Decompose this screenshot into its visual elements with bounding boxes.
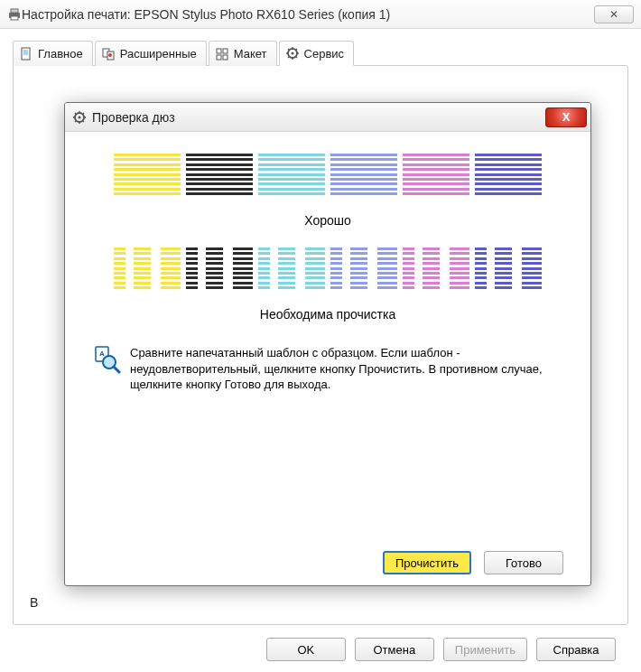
tab-panel: В Проверка дюз X Хорошо Необходима прочи… (13, 65, 628, 625)
button-label: Применить (455, 643, 516, 657)
done-button[interactable]: Готово (484, 551, 563, 574)
service-icon (285, 46, 300, 61)
svg-point-17 (79, 116, 81, 118)
button-label: Готово (506, 556, 542, 570)
tab-main[interactable]: Главное (13, 41, 93, 66)
tab-label: Расширенные (120, 47, 197, 61)
good-label: Хорошо (92, 213, 563, 228)
tab-label: Главное (38, 47, 83, 61)
tab-strip: Главное Расширенные Макет Сервис (13, 41, 628, 66)
tab-service[interactable]: Сервис (279, 41, 355, 66)
parent-titlebar: Настройка печати: EPSON Stylus Photo RX6… (0, 0, 641, 29)
help-button[interactable]: Справка (536, 638, 616, 661)
bad-label: Необходима прочистка (92, 307, 563, 322)
svg-point-15 (291, 52, 293, 55)
dialog-close-button[interactable]: X (545, 107, 587, 127)
parent-button-row: OK Отмена Применить Справка (13, 625, 628, 661)
svg-rect-10 (217, 49, 221, 53)
button-label: Отмена (374, 643, 416, 657)
window-close-button[interactable]: ✕ (594, 5, 634, 23)
tab-label: Сервис (304, 47, 345, 61)
svg-text:A: A (99, 350, 105, 358)
svg-rect-12 (217, 55, 221, 60)
advanced-icon (101, 47, 116, 61)
peek-text: В (30, 595, 38, 610)
svg-rect-13 (223, 55, 228, 60)
clean-button[interactable]: Прочистить (383, 551, 471, 574)
svg-rect-2 (11, 16, 18, 20)
apply-button[interactable]: Применить (443, 638, 527, 661)
svg-rect-1 (11, 9, 18, 13)
pattern-good (92, 154, 563, 197)
instruction-block: A Сравните напечатанный шаблон с образцо… (92, 345, 563, 393)
svg-line-21 (114, 367, 119, 372)
magnifier-icon: A (92, 345, 121, 374)
ok-button[interactable]: OK (266, 638, 346, 661)
nozzle-check-dialog: Проверка дюз X Хорошо Необходима прочист… (64, 102, 591, 586)
pattern-bad (92, 247, 563, 291)
svg-point-9 (108, 53, 112, 57)
button-label: Прочистить (395, 556, 459, 570)
svg-rect-11 (223, 49, 228, 53)
cancel-button[interactable]: Отмена (355, 638, 434, 661)
button-label: OK (297, 643, 314, 657)
window-title: Настройка печати: EPSON Stylus Photo RX6… (22, 7, 390, 22)
tab-advanced[interactable]: Расширенные (95, 41, 207, 66)
dialog-title: Проверка дюз (92, 110, 175, 125)
tab-label: Макет (234, 47, 267, 61)
document-icon (19, 47, 33, 61)
layout-icon (215, 47, 229, 61)
button-label: Справка (553, 643, 599, 657)
service-icon (72, 110, 87, 125)
printer-icon (7, 7, 22, 22)
tab-layout[interactable]: Макет (209, 41, 277, 66)
instruction-text: Сравните напечатанный шаблон с образцом.… (130, 345, 563, 393)
dialog-titlebar: Проверка дюз X (65, 103, 590, 132)
